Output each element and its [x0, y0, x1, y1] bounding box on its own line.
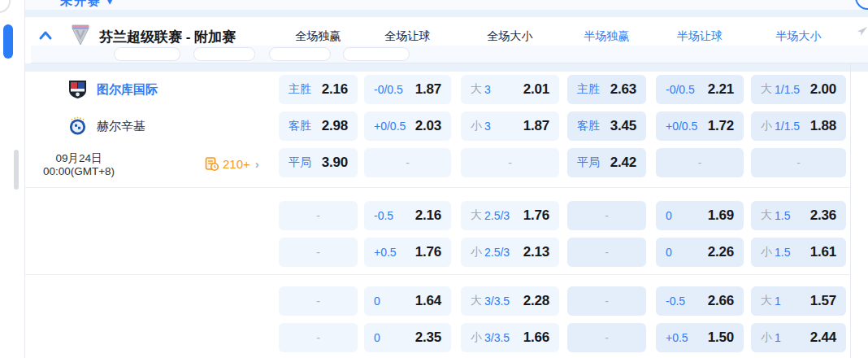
market-pill-1[interactable] [193, 47, 255, 61]
odds-cell-empty: - [656, 148, 744, 177]
ou-direction-label: 大 [761, 294, 772, 308]
selection-label: +0.5 [666, 331, 688, 344]
odds-value: 1.76 [523, 207, 549, 224]
market-pill-2[interactable] [269, 47, 331, 61]
odds-cell[interactable]: 大1/1.52.00 [751, 75, 846, 104]
ou-direction-label: 小 [471, 245, 482, 260]
ou-direction-label: 小 [761, 330, 772, 345]
odds-value: 2.42 [610, 155, 636, 171]
odds-cell[interactable]: 01.64 [364, 286, 451, 316]
selection-label: -0.5 [374, 209, 393, 222]
odds-cell[interactable]: 02.35 [364, 323, 451, 352]
empty-odds-dash: - [796, 156, 801, 169]
odds-value: 2.66 [708, 293, 734, 309]
odds-cell[interactable]: 主胜2.16 [279, 75, 358, 104]
away-team-row[interactable]: 赫尔辛基 [68, 111, 145, 141]
odds-cell[interactable]: 客胜2.98 [279, 111, 358, 141]
odds-cell[interactable]: 平局2.42 [567, 148, 646, 177]
ou-direction-label: 大 [471, 208, 482, 223]
selection-label: 客胜 [289, 119, 311, 133]
column-header-half-4: 半场让球 [677, 29, 723, 44]
odds-cell[interactable]: -0.52.66 [656, 286, 744, 316]
odds-cell-empty: - [567, 323, 646, 352]
odds-cell-empty: - [279, 286, 358, 316]
column-header-full-0: 全场独赢 [296, 29, 341, 44]
odds-cell-empty: - [279, 323, 358, 352]
empty-odds-dash: - [605, 246, 609, 259]
floating-button-partial[interactable] [0, 0, 11, 13]
empty-odds-dash: - [406, 156, 410, 169]
ou-direction-label: 小 [761, 245, 772, 260]
selection-label: 1.5 [775, 209, 790, 222]
odds-value: 1.76 [415, 244, 441, 260]
odds-cell[interactable]: -0/0.51.87 [364, 75, 451, 104]
selection-label: 0 [374, 331, 380, 344]
selection-label: 平局 [289, 155, 311, 170]
empty-odds-dash: - [605, 209, 609, 222]
odds-cell[interactable]: 小12.44 [751, 323, 846, 352]
more-markets-link[interactable]: 210+ › [205, 157, 259, 171]
match-date: 09月24日 [25, 152, 132, 165]
odds-cell-empty: - [279, 201, 358, 230]
away-team-name: 赫尔辛基 [97, 119, 145, 134]
odds-value: 2.35 [415, 330, 441, 346]
odds-cell[interactable]: 客胜3.45 [567, 111, 646, 141]
odds-cell[interactable]: +0/0.52.03 [364, 111, 451, 141]
odds-cell[interactable]: 大11.57 [751, 286, 846, 316]
odds-cell[interactable]: 大32.01 [461, 75, 559, 104]
odds-cell[interactable]: +0/0.51.72 [656, 111, 744, 141]
odds-cell[interactable]: 平局3.90 [279, 148, 358, 177]
selection-label: 3 [484, 83, 491, 96]
selection-label: +0.5 [374, 246, 397, 259]
selection-label: 1/1.5 [775, 83, 800, 96]
odds-cell[interactable]: 大2.5/31.76 [461, 201, 559, 230]
column-header-full-1: 全场让球 [385, 29, 431, 44]
home-team-row[interactable]: 图尔库国际 [68, 75, 158, 104]
selection-label: 客胜 [577, 119, 600, 133]
column-header-half-5: 半场大小 [776, 29, 822, 44]
odds-cell[interactable]: -0/0.52.21 [656, 75, 744, 104]
odds-cell[interactable]: -0.52.16 [364, 201, 451, 230]
match-time: 00:00(GMT+8) [25, 165, 132, 178]
odds-cell[interactable]: +0.51.76 [364, 238, 451, 267]
dart-icon[interactable] [857, 26, 868, 37]
odds-value: 1.64 [415, 293, 441, 309]
odds-cell[interactable]: 02.26 [656, 238, 744, 267]
market-pill-0[interactable] [114, 47, 180, 61]
empty-odds-dash: - [698, 156, 702, 169]
odds-cell[interactable]: 大3/3.52.28 [461, 286, 559, 316]
selection-label: 1/1.5 [775, 120, 800, 133]
odds-value: 2.28 [523, 293, 549, 309]
odds-value: 1.87 [523, 118, 549, 134]
selection-label: 2.5/3 [484, 246, 510, 259]
selection-label: 0 [666, 246, 672, 259]
selection-label: 3/3.5 [484, 331, 510, 344]
odds-cell[interactable]: 大1.52.36 [751, 201, 846, 230]
odds-cell-empty: - [279, 238, 358, 267]
league-title: 芬兰超级联赛 - 附加赛 [99, 28, 236, 46]
market-pill-3[interactable] [343, 47, 410, 61]
odds-cell[interactable]: 小31.87 [461, 111, 559, 141]
odds-value: 2.13 [523, 244, 549, 260]
odds-cell[interactable]: 01.69 [656, 201, 744, 230]
right-divider [850, 63, 851, 358]
odds-value: 1.88 [810, 118, 836, 134]
odds-cell-empty: - [461, 148, 559, 177]
odds-cell[interactable]: 小3/3.51.66 [461, 323, 559, 352]
column-header-half-3: 半场独赢 [584, 29, 630, 44]
odds-cell[interactable]: +0.51.50 [656, 323, 744, 352]
odds-cell[interactable]: 主胜2.63 [567, 75, 646, 104]
gap-band [25, 63, 868, 72]
odds-cell[interactable]: 小2.5/32.13 [461, 238, 559, 267]
odds-value: 2.01 [523, 81, 549, 98]
ou-direction-label: 大 [471, 82, 482, 97]
odds-cell[interactable]: 小1.51.61 [751, 238, 846, 267]
column-header-full-2: 全场大小 [488, 29, 533, 44]
tab-prematch-cutoff[interactable]: 未开赛 ▾ [60, 0, 115, 9]
selection-label: 1 [775, 295, 781, 308]
odds-value: 1.57 [810, 293, 836, 309]
scrollbar-thumb[interactable] [14, 150, 19, 190]
odds-value: 1.72 [708, 118, 734, 134]
collapse-button[interactable] [37, 28, 54, 44]
odds-cell[interactable]: 小1/1.51.88 [751, 111, 846, 141]
